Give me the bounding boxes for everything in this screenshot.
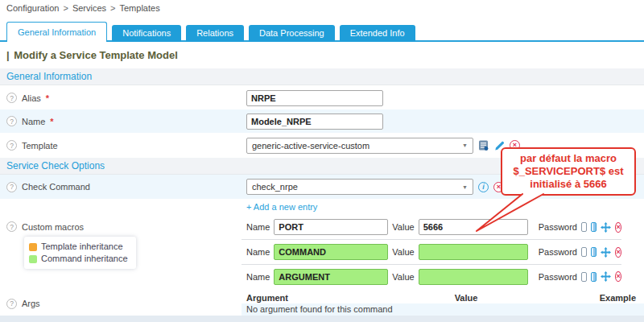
template-inheritance-swatch bbox=[29, 243, 37, 251]
args-header-argument: Argument bbox=[246, 293, 393, 303]
args-table-header: Argument Value Example bbox=[242, 292, 644, 303]
alias-label: Alias bbox=[22, 93, 41, 103]
command-inheritance-label: Command inheritance bbox=[41, 253, 128, 265]
tab-relations[interactable]: Relations bbox=[186, 25, 244, 42]
macro-field-icon[interactable] bbox=[591, 272, 597, 282]
check-command-select-value: check_nrpe bbox=[252, 182, 298, 192]
tab-bar: General Information Notifications Relati… bbox=[0, 22, 644, 42]
template-details-icon[interactable] bbox=[478, 140, 489, 151]
macro-password-label: Password bbox=[539, 222, 577, 232]
move-icon[interactable] bbox=[601, 222, 611, 233]
form-row-add-entry: + Add a new entry bbox=[0, 199, 644, 215]
page-title-bar: | bbox=[6, 49, 10, 61]
form-row-name: ? Name * bbox=[0, 109, 644, 133]
help-icon[interactable]: ? bbox=[6, 116, 17, 126]
macro-row-command: Name Value Password × bbox=[242, 240, 621, 265]
tab-notifications[interactable]: Notifications bbox=[112, 25, 181, 42]
name-input[interactable] bbox=[246, 114, 383, 130]
chevron-down-icon: ▼ bbox=[462, 184, 468, 190]
macro-delete-icon[interactable]: × bbox=[615, 222, 621, 233]
breadcrumb-separator: > bbox=[110, 3, 115, 13]
next-section-edge bbox=[0, 316, 644, 322]
add-new-entry-link[interactable]: + Add a new entry bbox=[246, 202, 317, 212]
annotation-line: $_SERVICEPORT$ est bbox=[504, 165, 633, 178]
args-header-value: Value bbox=[393, 293, 539, 303]
check-command-select[interactable]: check_nrpe ▼ bbox=[246, 179, 473, 195]
help-icon[interactable]: ? bbox=[6, 140, 17, 151]
macro-value-input[interactable] bbox=[419, 244, 528, 260]
annotation-callout: par défaut la macro $_SERVICEPORT$ est i… bbox=[501, 147, 636, 196]
macro-rows: Name Value Password × Name Value Passwor… bbox=[242, 215, 621, 288]
legend-item-command-inheritance: Command inheritance bbox=[29, 253, 128, 265]
password-checkbox[interactable] bbox=[581, 247, 587, 257]
macro-value-label: Value bbox=[392, 247, 414, 257]
page-title: | Modify a Service Template Model bbox=[6, 49, 180, 61]
centreon-service-template-page: Configuration>Services>Templates General… bbox=[0, 0, 644, 322]
help-icon[interactable]: ? bbox=[6, 221, 17, 232]
macro-name-input[interactable] bbox=[274, 219, 388, 235]
password-checkbox[interactable] bbox=[581, 272, 587, 282]
macro-field-icon[interactable] bbox=[591, 222, 597, 232]
macro-name-input[interactable] bbox=[274, 269, 388, 285]
args-table: Argument Value Example No argument found… bbox=[242, 291, 644, 316]
inheritance-legend: Template inheritance Command inheritance bbox=[24, 237, 136, 269]
breadcrumb: Configuration>Services>Templates bbox=[6, 3, 160, 13]
breadcrumb-separator: > bbox=[63, 3, 68, 13]
help-icon[interactable]: ? bbox=[6, 93, 17, 103]
required-asterisk: * bbox=[50, 117, 53, 126]
custom-macros-label: Custom macros bbox=[22, 222, 84, 232]
macro-name-label: Name bbox=[246, 247, 270, 257]
move-icon[interactable] bbox=[601, 271, 611, 282]
macro-delete-icon[interactable]: × bbox=[615, 271, 621, 282]
command-inheritance-swatch bbox=[29, 255, 37, 263]
template-inheritance-label: Template inheritance bbox=[41, 241, 123, 253]
required-asterisk: * bbox=[46, 93, 49, 103]
macro-name-label: Name bbox=[246, 222, 270, 232]
annotation-line: initialisé à 5666 bbox=[504, 178, 633, 191]
args-header-example: Example bbox=[539, 293, 636, 303]
tab-general-information[interactable]: General Information bbox=[6, 22, 107, 42]
form-row-args: ? Args Argument Value Example No argumen… bbox=[0, 291, 644, 316]
tab-extended-info[interactable]: Extended Info bbox=[340, 25, 415, 42]
tab-data-processing[interactable]: Data Processing bbox=[249, 25, 335, 42]
macro-value-label: Value bbox=[392, 222, 414, 232]
macro-field-icon[interactable] bbox=[591, 247, 597, 257]
template-select-value: generic-active-service-custom bbox=[252, 141, 369, 151]
macro-delete-icon[interactable]: × bbox=[615, 247, 621, 258]
legend-item-template-inheritance: Template inheritance bbox=[29, 241, 128, 253]
alias-input[interactable] bbox=[246, 90, 383, 106]
template-select[interactable]: generic-active-service-custom ▼ bbox=[246, 138, 473, 154]
macro-row-port: Name Value Password × bbox=[242, 215, 621, 240]
form-row-alias: ? Alias * bbox=[0, 86, 644, 109]
custom-macros-block: ? Custom macros Template inheritance Com… bbox=[0, 215, 644, 291]
macro-name-label: Name bbox=[246, 272, 270, 282]
macro-row-argument: Name Value Password × bbox=[242, 265, 621, 288]
check-command-label: Check Command bbox=[22, 182, 90, 192]
macro-password-label: Password bbox=[539, 247, 577, 257]
macro-value-input[interactable] bbox=[419, 219, 528, 235]
args-label: Args bbox=[22, 299, 40, 308]
breadcrumb-item-services[interactable]: Services bbox=[72, 3, 106, 13]
annotation-line: par défaut la macro bbox=[504, 152, 633, 165]
move-icon[interactable] bbox=[601, 247, 611, 258]
args-empty-message: No argument found for this command bbox=[242, 303, 644, 316]
help-icon[interactable]: ? bbox=[6, 182, 17, 192]
page-title-text: Modify a Service Template Model bbox=[14, 49, 177, 61]
macro-value-label: Value bbox=[392, 272, 414, 282]
chevron-down-icon: ▼ bbox=[462, 142, 468, 148]
section-general-information: General Information bbox=[0, 68, 644, 85]
macro-password-label: Password bbox=[539, 272, 577, 282]
template-label: Template bbox=[22, 141, 58, 151]
help-icon[interactable]: ? bbox=[6, 299, 17, 309]
macro-value-input[interactable] bbox=[419, 269, 528, 285]
breadcrumb-item-configuration[interactable]: Configuration bbox=[6, 3, 59, 13]
password-checkbox[interactable] bbox=[581, 222, 587, 232]
name-label: Name bbox=[22, 117, 45, 126]
breadcrumb-item-templates[interactable]: Templates bbox=[120, 3, 160, 13]
macro-name-input[interactable] bbox=[274, 244, 388, 260]
info-icon[interactable]: i bbox=[478, 182, 489, 192]
